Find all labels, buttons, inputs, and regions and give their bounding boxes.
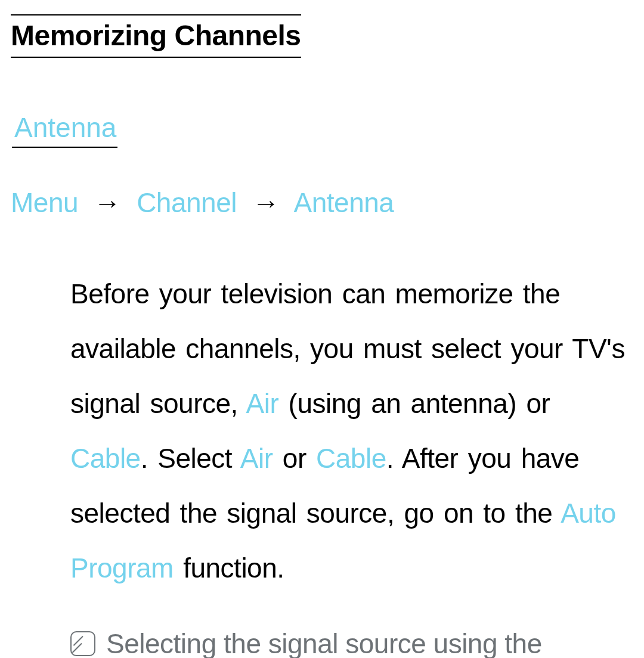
arrow-right-icon: → (94, 187, 121, 219)
note-icon (70, 631, 95, 656)
page: Memorizing Channels Antenna Menu → Chann… (0, 0, 644, 658)
air-option: Air (240, 443, 273, 474)
note: Selecting the signal source using the (70, 628, 627, 658)
breadcrumb: Menu → Channel → Antenna (11, 187, 633, 219)
page-title: Memorizing Channels (11, 14, 301, 58)
note-text: Selecting the signal source using the (106, 628, 542, 658)
breadcrumb-menu: Menu (11, 187, 78, 218)
arrow-right-icon: → (252, 187, 280, 219)
breadcrumb-antenna: Antenna (294, 187, 394, 218)
body-text: (using an antenna) or (278, 388, 550, 419)
breadcrumb-channel: Channel (137, 187, 237, 218)
body-text: function. (174, 553, 284, 583)
body-text: or (273, 443, 316, 474)
section-subhead-wrap: Antenna (11, 111, 633, 144)
cable-option: Cable (70, 443, 141, 474)
body-text: . Select (141, 443, 240, 474)
body-paragraph: Before your television can memorize the … (70, 266, 627, 595)
cable-option: Cable (316, 443, 386, 474)
air-option: Air (246, 388, 279, 419)
section-subhead: Antenna (12, 112, 117, 148)
